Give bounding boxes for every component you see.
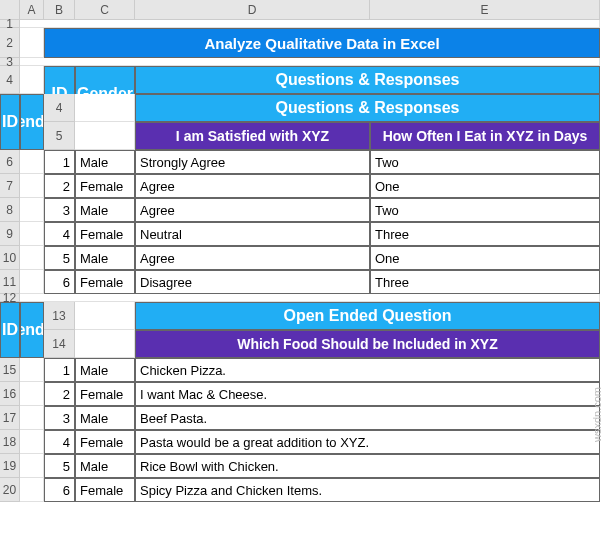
t2-id[interactable]: 1	[44, 358, 75, 382]
cell[interactable]	[20, 198, 44, 222]
main-title[interactable]: Analyze Qualitative Data in Excel	[44, 28, 600, 58]
cell[interactable]	[75, 94, 135, 122]
t1-gender[interactable]: Female	[75, 270, 135, 294]
t2-food[interactable]: Pasta would be a great addition to XYZ.	[135, 430, 600, 454]
col-header-a[interactable]: A	[20, 0, 44, 20]
t2-gender[interactable]: Male	[75, 406, 135, 430]
t1-qr-header[interactable]: Questions & Responses	[135, 94, 600, 122]
row-header-4b[interactable]: 4	[44, 94, 75, 122]
row-header[interactable]: 10	[0, 246, 20, 270]
t1-gender[interactable]: Male	[75, 150, 135, 174]
t1-satisfied[interactable]: Disagree	[135, 270, 370, 294]
t2-gender[interactable]: Male	[75, 454, 135, 478]
cell[interactable]	[75, 330, 135, 358]
t1-id[interactable]: 4	[44, 222, 75, 246]
cell[interactable]	[20, 358, 44, 382]
cell[interactable]	[75, 122, 135, 150]
row-header[interactable]: 19	[0, 454, 20, 478]
t1-satisfied[interactable]: Agree	[135, 198, 370, 222]
t1-col-e[interactable]: How Often I Eat in XYZ in Days	[370, 122, 600, 150]
cell[interactable]	[20, 222, 44, 246]
cell[interactable]	[20, 406, 44, 430]
t1-satisfied[interactable]: Neutral	[135, 222, 370, 246]
row-header[interactable]: 16	[0, 382, 20, 406]
t2-id-header[interactable]: ID	[0, 302, 20, 358]
t1-id[interactable]: 2	[44, 174, 75, 198]
t1-gender[interactable]: Male	[75, 198, 135, 222]
t2-id[interactable]: 6	[44, 478, 75, 502]
cell[interactable]	[20, 246, 44, 270]
t1-gender[interactable]: Female	[75, 174, 135, 198]
cell[interactable]	[20, 20, 600, 28]
col-header-b[interactable]: B	[44, 0, 75, 20]
t1-col-d[interactable]: I am Satisfied with XYZ	[135, 122, 370, 150]
cell[interactable]	[20, 454, 44, 478]
t2-food[interactable]: Beef Pasta.	[135, 406, 600, 430]
col-header-e[interactable]: E	[370, 0, 600, 20]
row-header[interactable]: 17	[0, 406, 20, 430]
t1-id[interactable]: 5	[44, 246, 75, 270]
row-header[interactable]: 20	[0, 478, 20, 502]
t1-frequency[interactable]: Three	[370, 222, 600, 246]
cell[interactable]	[20, 430, 44, 454]
t2-id[interactable]: 2	[44, 382, 75, 406]
row-header-1[interactable]: 1	[0, 20, 20, 28]
t2-food[interactable]: Rice Bowl with Chicken.	[135, 454, 600, 478]
t1-qr-header[interactable]: Questions & Responses	[135, 66, 600, 94]
t2-id[interactable]: 3	[44, 406, 75, 430]
t2-id[interactable]: 5	[44, 454, 75, 478]
t1-satisfied[interactable]: Agree	[135, 246, 370, 270]
t2-gender[interactable]: Male	[75, 358, 135, 382]
t1-satisfied[interactable]: Strongly Agree	[135, 150, 370, 174]
t2-gender-header[interactable]: Gender	[20, 302, 44, 358]
cell[interactable]	[75, 302, 135, 330]
row-header-2[interactable]: 2	[0, 28, 20, 58]
row-header[interactable]: 8	[0, 198, 20, 222]
t1-gender-header[interactable]: Gender	[20, 94, 44, 150]
t1-id[interactable]: 1	[44, 150, 75, 174]
t1-frequency[interactable]: Two	[370, 198, 600, 222]
t2-food[interactable]: Spicy Pizza and Chicken Items.	[135, 478, 600, 502]
row-header[interactable]: 6	[0, 150, 20, 174]
row-header[interactable]: 18	[0, 430, 20, 454]
row-header-4[interactable]: 4	[0, 66, 20, 94]
row-header[interactable]: 15	[0, 358, 20, 382]
t2-food[interactable]: Chicken Pizza.	[135, 358, 600, 382]
col-header-c[interactable]: C	[75, 0, 135, 20]
t2-food[interactable]: I want Mac & Cheese.	[135, 382, 600, 406]
cell[interactable]	[20, 174, 44, 198]
cell[interactable]	[20, 150, 44, 174]
row-header[interactable]: 7	[0, 174, 20, 198]
t1-id[interactable]: 6	[44, 270, 75, 294]
row-header[interactable]: 9	[0, 222, 20, 246]
t1-gender[interactable]: Male	[75, 246, 135, 270]
t1-satisfied[interactable]: Agree	[135, 174, 370, 198]
cell[interactable]	[20, 294, 600, 302]
t1-id[interactable]: 3	[44, 198, 75, 222]
column-headers: A B C D E	[0, 0, 609, 20]
t1-frequency[interactable]: One	[370, 174, 600, 198]
t2-gender[interactable]: Female	[75, 430, 135, 454]
t2-gender[interactable]: Female	[75, 478, 135, 502]
t1-id-header[interactable]: ID	[0, 94, 20, 150]
t1-frequency[interactable]: Two	[370, 150, 600, 174]
t1-frequency[interactable]: One	[370, 246, 600, 270]
t2-gender[interactable]: Female	[75, 382, 135, 406]
row-header-14[interactable]: 14	[44, 330, 75, 358]
t1-frequency[interactable]: Three	[370, 270, 600, 294]
col-header-d[interactable]: D	[135, 0, 370, 20]
row-header-3[interactable]: 3	[0, 58, 20, 66]
cell[interactable]	[20, 58, 600, 66]
t2-open-header[interactable]: Open Ended Question	[135, 302, 600, 330]
row-header-13[interactable]: 13	[44, 302, 75, 330]
cell[interactable]	[20, 478, 44, 502]
row-header-12[interactable]: 12	[0, 294, 20, 302]
cell[interactable]	[20, 66, 44, 94]
t2-id[interactable]: 4	[44, 430, 75, 454]
cell[interactable]	[20, 270, 44, 294]
t1-gender[interactable]: Female	[75, 222, 135, 246]
cell[interactable]	[20, 28, 44, 58]
t2-col-de[interactable]: Which Food Should be Included in XYZ	[135, 330, 600, 358]
cell[interactable]	[20, 382, 44, 406]
row-header-5b[interactable]: 5	[44, 122, 75, 150]
